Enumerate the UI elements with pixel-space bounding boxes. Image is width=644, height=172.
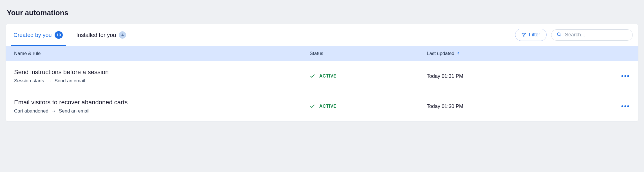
tab-label: Created by you xyxy=(14,32,52,38)
check-icon xyxy=(310,103,315,109)
filter-label: Filter xyxy=(529,32,540,38)
tab-count-badge: 10 xyxy=(55,31,63,39)
page-title: Your automations xyxy=(6,6,638,24)
more-actions-icon[interactable]: ••• xyxy=(621,73,630,80)
column-status[interactable]: Status xyxy=(310,51,427,56)
table-row[interactable]: Send instructions before a session Sessi… xyxy=(6,61,638,91)
cell-name: Send instructions before a session Sessi… xyxy=(14,69,310,84)
column-last-updated[interactable]: Last updated xyxy=(427,51,613,56)
svg-line-2 xyxy=(560,35,561,36)
rule-action: Send an email xyxy=(59,108,90,114)
table-row[interactable]: Email visitors to recover abandoned cart… xyxy=(6,91,638,122)
search-wrap[interactable] xyxy=(551,29,633,41)
cell-status: ACTIVE xyxy=(310,103,427,109)
tab-created-by-you[interactable]: Created by you 10 xyxy=(11,24,66,46)
svg-marker-0 xyxy=(522,33,526,37)
tab-label: Installed for you xyxy=(76,32,116,38)
column-updated-label: Last updated xyxy=(427,51,454,56)
check-icon xyxy=(310,73,315,79)
cell-actions: ••• xyxy=(613,103,630,110)
table-header: Name & rule Status Last updated xyxy=(6,46,638,61)
column-name[interactable]: Name & rule xyxy=(14,51,310,56)
status-label: ACTIVE xyxy=(319,104,337,109)
automation-rule: Cart abandoned → Send an email xyxy=(14,108,310,114)
automation-title: Email visitors to recover abandoned cart… xyxy=(14,99,310,106)
search-icon xyxy=(556,32,562,38)
status-label: ACTIVE xyxy=(319,74,337,79)
automation-rule: Session starts → Send an email xyxy=(14,78,310,84)
sort-arrow-up-icon xyxy=(457,51,460,56)
arrow-right-icon: → xyxy=(51,108,56,114)
cell-name: Email visitors to recover abandoned cart… xyxy=(14,99,310,114)
svg-point-1 xyxy=(557,33,560,36)
arrow-right-icon: → xyxy=(47,78,52,84)
cell-actions: ••• xyxy=(613,73,630,80)
cell-updated: Today 01:31 PM xyxy=(427,73,613,79)
filter-icon xyxy=(522,33,526,37)
rule-trigger: Session starts xyxy=(14,78,44,84)
cell-updated: Today 01:30 PM xyxy=(427,103,613,109)
filter-button[interactable]: Filter xyxy=(515,29,547,41)
automation-title: Send instructions before a session xyxy=(14,69,310,76)
more-actions-icon[interactable]: ••• xyxy=(621,103,630,110)
search-input[interactable] xyxy=(565,32,627,38)
rule-trigger: Cart abandoned xyxy=(14,108,48,114)
automations-card: Created by you 10 Installed for you 4 Fi… xyxy=(6,24,638,122)
cell-status: ACTIVE xyxy=(310,73,427,79)
tabs-row: Created by you 10 Installed for you 4 Fi… xyxy=(6,24,638,46)
tab-count-badge: 4 xyxy=(119,31,126,39)
rule-action: Send an email xyxy=(55,78,85,84)
tab-installed-for-you[interactable]: Installed for you 4 xyxy=(74,24,129,46)
